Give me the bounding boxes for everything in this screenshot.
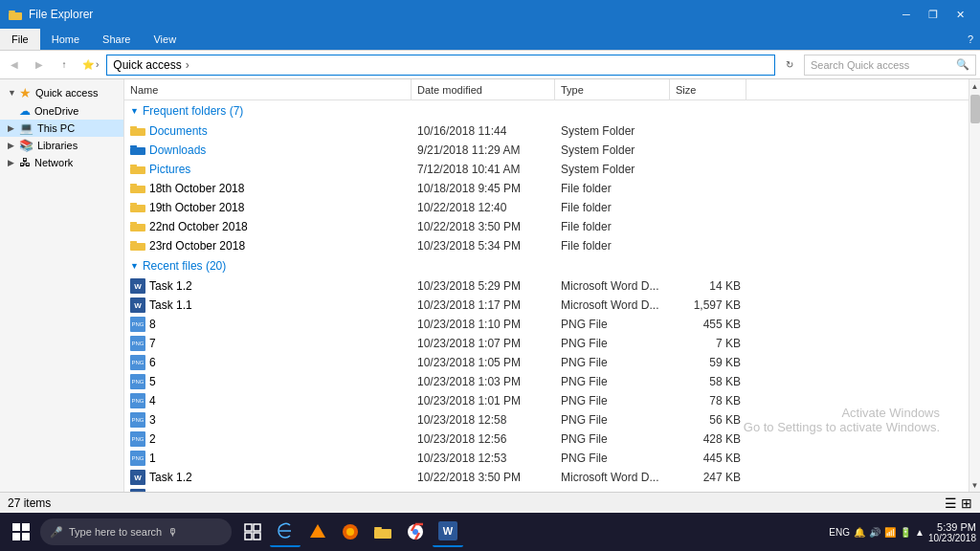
view-controls: ☰ ⊞ — [945, 496, 972, 511]
recent-file-row[interactable]: PNG 1 10/23/2018 12:53 PNG File 445 KB — [124, 449, 969, 468]
file-type-cell: File folder — [555, 182, 670, 195]
file-type-cell: System Folder — [555, 124, 670, 138]
frequent-folder-row[interactable]: 19th October 2018 10/22/2018 12:40 File … — [124, 198, 969, 217]
file-area[interactable]: Name Date modified Type Size ▼ Frequent … — [124, 79, 969, 492]
recent-file-row[interactable]: PNG 5 10/23/2018 1:03 PM PNG File 58 KB — [124, 372, 969, 391]
recent-file-row[interactable]: W Task 1.2 10/23/2018 5:29 PM Microsoft … — [124, 276, 969, 296]
sidebar-item-onedrive[interactable]: ☁ OneDrive — [0, 102, 123, 120]
file-size-cell: 58 KB — [670, 375, 746, 388]
recent-file-row[interactable]: W Task 1.2 10/22/2018 3:50 PM Microsoft … — [124, 468, 969, 487]
scroll-up-button[interactable]: ▲ — [970, 81, 980, 91]
file-type-cell: System Folder — [555, 163, 670, 176]
sidebar-item-quickaccess[interactable]: ▼ ★ Quick access — [0, 83, 123, 102]
sidebar-item-network[interactable]: ▶ 🖧 Network — [0, 154, 123, 171]
file-icon — [130, 238, 145, 254]
onedrive-icon: ☁ — [19, 104, 31, 118]
taskbar-clock[interactable]: 5:39 PM 10/23/2018 — [928, 521, 976, 543]
tab-home[interactable]: Home — [40, 29, 91, 50]
recent-file-row[interactable]: PNG 7 10/23/2018 1:07 PM PNG File 7 KB — [124, 334, 969, 353]
search-box[interactable]: Search Quick access 🔍 — [804, 55, 976, 76]
scroll-down-button[interactable]: ▼ — [970, 480, 980, 490]
start-button[interactable] — [4, 515, 38, 549]
frequent-folder-row[interactable]: Pictures 7/12/2018 10:41 AM System Folde… — [124, 160, 969, 179]
file-name: 1 — [149, 452, 156, 465]
recent-file-row[interactable]: W Task 1.1 10/23/2018 1:17 PM Microsoft … — [124, 296, 969, 315]
file-icon — [130, 123, 145, 140]
task-view-button[interactable] — [237, 517, 268, 547]
frequent-folder-row[interactable]: 22nd October 2018 10/22/2018 3:50 PM Fil… — [124, 217, 969, 236]
recent-file-row[interactable]: PNG 2 10/23/2018 12:56 PNG File 428 KB — [124, 430, 969, 449]
frequent-folder-row[interactable]: Documents 10/16/2018 11:44 System Folder — [124, 121, 969, 141]
file-size-cell: 455 KB — [670, 318, 746, 331]
ribbon: File Home Share View ? — [0, 29, 980, 51]
svg-rect-16 — [12, 523, 20, 531]
file-icon: PNG — [130, 374, 145, 389]
vlc-taskbar-button[interactable] — [302, 517, 333, 547]
network-icon: 🖧 — [19, 156, 31, 169]
file-type-cell: Microsoft Word D... — [555, 279, 670, 293]
address-path[interactable]: Quick access › — [106, 55, 775, 76]
scrollbar[interactable]: ▲ ▼ — [969, 79, 980, 492]
frequent-folder-row[interactable]: Downloads 9/21/2018 11:29 AM System Fold… — [124, 141, 969, 160]
file-size-cell: 7 KB — [670, 337, 746, 350]
status-bar: 27 items ☰ ⊞ — [0, 492, 980, 513]
col-header-date[interactable]: Date modified — [412, 79, 555, 99]
frequent-folder-row[interactable]: 18th October 2018 10/18/2018 9:45 PM Fil… — [124, 179, 969, 198]
file-type-cell: PNG File — [555, 394, 670, 408]
recent-file-row[interactable]: PNG 6 10/23/2018 1:05 PM PNG File 59 KB — [124, 353, 969, 372]
title-bar-left: File Explorer — [8, 7, 93, 22]
file-icon: W — [130, 489, 145, 492]
file-name: Task 1.2 — [149, 279, 192, 293]
file-name: 8 — [149, 318, 156, 331]
file-type-cell: PNG File — [555, 318, 670, 331]
maximize-button[interactable]: ❐ — [921, 5, 946, 24]
file-date-cell: 10/22/2018 12:40 — [412, 201, 555, 214]
file-name: Task 1.1 — [149, 490, 192, 492]
tab-file[interactable]: File — [0, 29, 40, 50]
edge-taskbar-button[interactable] — [270, 517, 301, 547]
file-size-cell: 797 KB — [670, 490, 746, 492]
help-button[interactable]: ? — [961, 29, 980, 50]
recent-files-header[interactable]: ▼ Recent files (20) — [124, 255, 969, 276]
sidebar-item-thispc[interactable]: ▶ 💻 This PC — [0, 120, 123, 137]
folder-taskbar-icon — [373, 523, 392, 540]
file-name: 18th October 2018 — [149, 182, 244, 195]
file-name-cell: PNG 5 — [124, 374, 412, 389]
file-icon: PNG — [130, 412, 145, 428]
col-header-name[interactable]: Name — [124, 79, 412, 99]
file-icon — [130, 143, 145, 159]
file-name-cell: Pictures — [124, 162, 412, 178]
folder-taskbar-button[interactable] — [368, 517, 398, 547]
frequent-folders-header[interactable]: ▼ Frequent folders (7) — [124, 100, 969, 121]
libraries-arrow: ▶ — [8, 141, 19, 150]
file-explorer-icon — [8, 7, 23, 22]
refresh-button[interactable]: ↻ — [779, 55, 800, 76]
svg-rect-4 — [130, 145, 137, 147]
close-button[interactable]: ✕ — [947, 5, 972, 24]
forward-button[interactable]: ▶ — [29, 55, 50, 76]
recent-file-row[interactable]: PNG 8 10/23/2018 1:10 PM PNG File 455 KB — [124, 315, 969, 334]
file-type-cell: PNG File — [555, 337, 670, 350]
firefox-taskbar-button[interactable] — [335, 517, 366, 547]
recent-file-row[interactable]: PNG 3 10/23/2018 12:58 PNG File 56 KB — [124, 410, 969, 430]
up-button[interactable]: ↑ — [54, 55, 75, 76]
title-bar-title: File Explorer — [29, 8, 93, 21]
minimize-button[interactable]: ─ — [894, 5, 919, 24]
frequent-folder-row[interactable]: 23rd October 2018 10/23/2018 5:34 PM Fil… — [124, 236, 969, 255]
col-header-type[interactable]: Type — [555, 79, 670, 99]
large-icons-button[interactable]: ⊞ — [961, 496, 972, 511]
tab-view[interactable]: View — [142, 29, 188, 50]
file-type-cell: Microsoft Word D... — [555, 298, 670, 312]
word-taskbar-button[interactable]: W — [433, 517, 463, 547]
tab-share[interactable]: Share — [91, 29, 142, 50]
taskbar-search[interactable]: 🎤 Type here to search 🎙 — [40, 518, 232, 545]
recent-file-row[interactable]: W Task 1.1 10/22/2018 2:06 PM Microsoft … — [124, 487, 969, 492]
chrome-taskbar-button[interactable] — [400, 517, 431, 547]
taskbar-right: ENG 🔔 🔊 📶 🔋 ▲ 5:39 PM 10/23/2018 — [829, 521, 976, 543]
details-view-button[interactable]: ☰ — [945, 496, 957, 511]
sidebar-item-libraries[interactable]: ▶ 📚 Libraries — [0, 137, 123, 154]
recent-file-row[interactable]: PNG 4 10/23/2018 1:01 PM PNG File 78 KB — [124, 391, 969, 410]
scroll-thumb[interactable] — [970, 95, 980, 123]
back-button[interactable]: ◀ — [4, 55, 25, 76]
col-header-size[interactable]: Size — [670, 79, 746, 99]
